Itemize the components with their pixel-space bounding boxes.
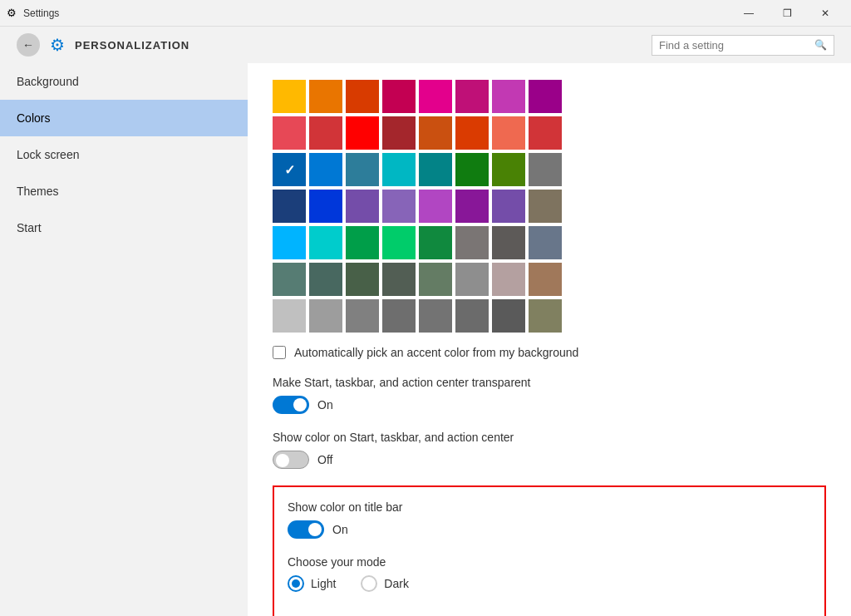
color-swatch[interactable] [309, 226, 342, 259]
mode-radio-group: LightDark [288, 575, 811, 592]
search-icon: 🔍 [814, 39, 827, 51]
color-swatch[interactable] [419, 80, 452, 113]
color-swatch[interactable] [309, 263, 342, 296]
color-swatch[interactable] [529, 263, 562, 296]
color-swatch[interactable] [346, 116, 379, 150]
color-swatch[interactable] [346, 226, 379, 259]
color-swatch[interactable] [309, 190, 342, 223]
personalization-icon: ⚙ [50, 35, 65, 55]
show-color-toggle[interactable] [273, 451, 309, 469]
color-swatch[interactable] [492, 80, 525, 113]
title-bar-controls: — ❒ ✕ [730, 0, 844, 27]
title-bar-toggle[interactable] [288, 520, 324, 539]
color-swatch[interactable] [492, 116, 525, 150]
transparent-toggle-knob [293, 398, 307, 411]
color-swatch[interactable] [529, 116, 562, 150]
color-swatch[interactable] [382, 299, 416, 333]
color-swatch[interactable] [346, 153, 379, 186]
color-swatch[interactable] [309, 80, 342, 113]
color-swatch[interactable] [382, 116, 416, 150]
transparent-toggle-row: On [273, 396, 826, 414]
color-swatch[interactable] [492, 263, 525, 296]
color-swatch[interactable] [492, 190, 525, 223]
radio-item-light[interactable]: Light [288, 575, 336, 592]
radio-item-dark[interactable]: Dark [361, 575, 409, 592]
sidebar-item-background[interactable]: Background [0, 63, 248, 100]
color-swatch[interactable] [309, 153, 342, 186]
main-layout: BackgroundColorsLock screenThemesStart A… [0, 63, 851, 616]
color-swatch[interactable] [309, 299, 342, 333]
color-swatch[interactable] [529, 80, 562, 113]
transparent-toggle[interactable] [273, 396, 309, 414]
sidebar-item-themes[interactable]: Themes [0, 173, 248, 209]
color-swatch[interactable] [529, 153, 562, 186]
color-swatch[interactable] [492, 299, 525, 333]
color-swatch[interactable] [382, 190, 416, 223]
color-swatch[interactable] [382, 80, 416, 113]
color-swatch[interactable] [346, 80, 379, 113]
color-swatch[interactable] [346, 263, 379, 296]
color-swatch[interactable] [455, 226, 489, 259]
sidebar-item-lock-screen[interactable]: Lock screen [0, 136, 248, 173]
title-bar-toggle-row: On [288, 520, 811, 539]
color-swatch[interactable] [455, 116, 489, 150]
color-swatch[interactable] [273, 153, 306, 186]
color-swatch[interactable] [455, 190, 489, 223]
radio-label-light: Light [311, 577, 336, 590]
color-swatch[interactable] [382, 153, 416, 186]
color-swatch[interactable] [419, 116, 452, 150]
transparent-label: Make Start, taskbar, and action center t… [273, 376, 826, 389]
color-swatch[interactable] [455, 80, 489, 113]
color-swatch[interactable] [419, 299, 452, 333]
maximize-button[interactable]: ❒ [768, 0, 806, 27]
title-bar-title: Settings [23, 7, 59, 19]
color-swatch[interactable] [492, 153, 525, 186]
show-color-setting: Show color on Start, taskbar, and action… [273, 431, 826, 469]
color-swatch[interactable] [273, 80, 306, 113]
page-title: PERSONALIZATION [75, 39, 189, 52]
color-swatch[interactable] [455, 153, 489, 186]
mode-label: Choose your mode [288, 555, 811, 569]
sidebar: BackgroundColorsLock screenThemesStart [0, 63, 248, 616]
radio-circle-dark [361, 575, 377, 592]
color-swatch[interactable] [529, 299, 562, 333]
show-color-toggle-row: Off [273, 451, 826, 469]
back-button[interactable]: ← [17, 33, 40, 57]
sidebar-item-start[interactable]: Start [0, 209, 248, 246]
auto-pick-label: Automatically pick an accent color from … [294, 346, 578, 359]
highlight-box: Show color on title bar On Choose your m… [273, 485, 826, 616]
title-bar-toggle-label: On [332, 523, 348, 536]
color-swatch[interactable] [273, 116, 306, 150]
color-swatch[interactable] [419, 153, 452, 186]
color-swatch[interactable] [273, 226, 306, 259]
title-bar-left: ⚙ Settings [7, 7, 730, 19]
color-swatch[interactable] [419, 226, 452, 259]
color-swatch[interactable] [529, 190, 562, 223]
transparent-setting: Make Start, taskbar, and action center t… [273, 376, 826, 414]
color-swatch[interactable] [419, 263, 452, 296]
color-swatch[interactable] [455, 263, 489, 296]
color-swatch[interactable] [529, 226, 562, 259]
auto-pick-checkbox[interactable] [273, 346, 286, 359]
search-input[interactable] [659, 39, 809, 52]
sidebar-item-colors[interactable]: Colors [0, 100, 248, 136]
color-swatch[interactable] [382, 263, 416, 296]
color-swatch[interactable] [382, 226, 416, 259]
color-swatch[interactable] [346, 299, 379, 333]
title-bar-label: Show color on title bar [288, 500, 811, 514]
content-area: Automatically pick an accent color from … [248, 63, 851, 616]
radio-circle-light [288, 575, 304, 592]
color-swatch[interactable] [273, 263, 306, 296]
color-swatch[interactable] [492, 226, 525, 259]
color-swatch[interactable] [273, 299, 306, 333]
color-swatch[interactable] [309, 116, 342, 150]
color-swatch[interactable] [455, 299, 489, 333]
color-swatch[interactable] [346, 190, 379, 223]
close-button[interactable]: ✕ [806, 0, 844, 27]
search-box: 🔍 [652, 35, 834, 56]
color-swatch[interactable] [273, 190, 306, 223]
show-color-label: Show color on Start, taskbar, and action… [273, 431, 826, 444]
minimize-button[interactable]: — [730, 0, 768, 27]
color-swatch[interactable] [419, 190, 452, 223]
title-bar-toggle-knob [308, 523, 322, 536]
